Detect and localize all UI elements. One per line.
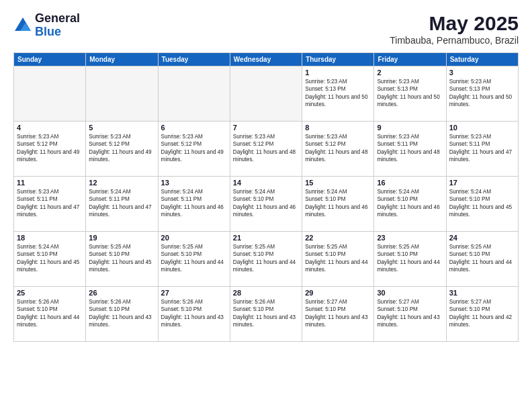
calendar-cell: 6Sunrise: 5:23 AMSunset: 5:12 PMDaylight… [158,122,230,177]
day-number: 26 [89,289,154,297]
day-number: 9 [377,124,443,132]
calendar-cell: 22Sunrise: 5:25 AMSunset: 5:10 PMDayligh… [302,232,374,287]
day-number: 31 [449,289,515,297]
weekday-header-saturday: Saturday [446,53,518,66]
logo-blue: Blue [35,26,80,39]
weekday-header-wednesday: Wednesday [230,53,302,66]
calendar-cell: 12Sunrise: 5:24 AMSunset: 5:11 PMDayligh… [86,177,158,232]
calendar: SundayMondayTuesdayWednesdayThursdayFrid… [13,52,519,342]
day-number: 20 [161,234,227,242]
calendar-body: 1Sunrise: 5:23 AMSunset: 5:13 PMDaylight… [14,66,519,342]
weekday-header-tuesday: Tuesday [158,53,230,66]
day-number: 24 [449,234,515,242]
calendar-cell: 5Sunrise: 5:23 AMSunset: 5:12 PMDaylight… [86,122,158,177]
day-number: 1 [305,68,371,77]
calendar-cell: 31Sunrise: 5:27 AMSunset: 5:10 PMDayligh… [446,287,518,342]
day-detail: Sunrise: 5:23 AMSunset: 5:13 PMDaylight:… [449,78,515,109]
logo-general: General [35,12,80,26]
day-number: 8 [305,124,371,132]
day-detail: Sunrise: 5:23 AMSunset: 5:12 PMDaylight:… [17,133,83,164]
calendar-cell: 15Sunrise: 5:24 AMSunset: 5:10 PMDayligh… [302,177,374,232]
calendar-cell: 8Sunrise: 5:23 AMSunset: 5:12 PMDaylight… [302,122,374,177]
week-row-1: 1Sunrise: 5:23 AMSunset: 5:13 PMDaylight… [14,66,519,122]
day-number: 7 [233,124,299,132]
calendar-cell: 3Sunrise: 5:23 AMSunset: 5:13 PMDaylight… [446,66,518,122]
day-number: 21 [233,234,299,242]
calendar-cell: 29Sunrise: 5:27 AMSunset: 5:10 PMDayligh… [302,287,374,342]
day-detail: Sunrise: 5:23 AMSunset: 5:12 PMDaylight:… [305,133,371,164]
day-number: 11 [17,179,83,187]
day-number: 30 [377,289,443,297]
day-number: 23 [377,234,443,242]
day-detail: Sunrise: 5:23 AMSunset: 5:11 PMDaylight:… [377,133,443,164]
day-detail: Sunrise: 5:23 AMSunset: 5:13 PMDaylight:… [377,78,443,109]
day-detail: Sunrise: 5:23 AMSunset: 5:12 PMDaylight:… [89,133,154,164]
calendar-cell: 14Sunrise: 5:24 AMSunset: 5:10 PMDayligh… [230,177,302,232]
day-detail: Sunrise: 5:26 AMSunset: 5:10 PMDaylight:… [89,298,154,329]
day-detail: Sunrise: 5:26 AMSunset: 5:10 PMDaylight:… [17,298,83,329]
day-number: 14 [233,179,299,187]
day-number: 13 [161,179,227,187]
week-row-5: 25Sunrise: 5:26 AMSunset: 5:10 PMDayligh… [14,287,519,342]
day-number: 19 [89,234,154,242]
day-detail: Sunrise: 5:26 AMSunset: 5:10 PMDaylight:… [233,298,299,329]
calendar-cell: 2Sunrise: 5:23 AMSunset: 5:13 PMDaylight… [374,66,446,122]
day-detail: Sunrise: 5:25 AMSunset: 5:10 PMDaylight:… [89,243,154,274]
day-number: 10 [449,124,515,132]
week-row-3: 11Sunrise: 5:23 AMSunset: 5:11 PMDayligh… [14,177,519,232]
main-title: May 2025 [390,12,519,35]
day-detail: Sunrise: 5:24 AMSunset: 5:11 PMDaylight:… [89,188,154,219]
day-detail: Sunrise: 5:23 AMSunset: 5:13 PMDaylight:… [305,78,371,109]
day-number: 29 [305,289,371,297]
day-detail: Sunrise: 5:24 AMSunset: 5:10 PMDaylight:… [377,188,443,219]
day-number: 4 [17,124,83,132]
calendar-cell: 21Sunrise: 5:25 AMSunset: 5:10 PMDayligh… [230,232,302,287]
day-number: 2 [377,68,443,77]
day-detail: Sunrise: 5:25 AMSunset: 5:10 PMDaylight:… [449,243,515,274]
day-number: 27 [161,289,227,297]
day-number: 18 [17,234,83,242]
calendar-cell: 26Sunrise: 5:26 AMSunset: 5:10 PMDayligh… [86,287,158,342]
day-detail: Sunrise: 5:24 AMSunset: 5:10 PMDaylight:… [449,188,515,219]
calendar-cell: 25Sunrise: 5:26 AMSunset: 5:10 PMDayligh… [14,287,86,342]
day-number: 12 [89,179,154,187]
weekday-header-row: SundayMondayTuesdayWednesdayThursdayFrid… [14,53,519,66]
day-detail: Sunrise: 5:25 AMSunset: 5:10 PMDaylight:… [377,243,443,274]
calendar-cell: 20Sunrise: 5:25 AMSunset: 5:10 PMDayligh… [158,232,230,287]
calendar-cell: 28Sunrise: 5:26 AMSunset: 5:10 PMDayligh… [230,287,302,342]
calendar-cell: 7Sunrise: 5:23 AMSunset: 5:12 PMDaylight… [230,122,302,177]
day-number: 17 [449,179,515,187]
subtitle: Timbauba, Pernambuco, Brazil [390,35,519,46]
day-detail: Sunrise: 5:26 AMSunset: 5:10 PMDaylight:… [161,298,227,329]
calendar-cell: 9Sunrise: 5:23 AMSunset: 5:11 PMDaylight… [374,122,446,177]
calendar-cell: 19Sunrise: 5:25 AMSunset: 5:10 PMDayligh… [86,232,158,287]
calendar-cell [230,66,302,122]
day-number: 28 [233,289,299,297]
day-number: 25 [17,289,83,297]
calendar-cell: 4Sunrise: 5:23 AMSunset: 5:12 PMDaylight… [14,122,86,177]
day-number: 22 [305,234,371,242]
day-number: 5 [89,124,154,132]
calendar-cell [14,66,86,122]
day-number: 16 [377,179,443,187]
day-number: 15 [305,179,371,187]
day-number: 3 [449,68,515,77]
calendar-cell [86,66,158,122]
day-detail: Sunrise: 5:24 AMSunset: 5:10 PMDaylight:… [233,188,299,219]
day-detail: Sunrise: 5:27 AMSunset: 5:10 PMDaylight:… [377,298,443,329]
logo: General Blue [13,12,80,39]
day-detail: Sunrise: 5:24 AMSunset: 5:10 PMDaylight:… [305,188,371,219]
day-detail: Sunrise: 5:27 AMSunset: 5:10 PMDaylight:… [305,298,371,329]
calendar-cell: 30Sunrise: 5:27 AMSunset: 5:10 PMDayligh… [374,287,446,342]
calendar-cell: 23Sunrise: 5:25 AMSunset: 5:10 PMDayligh… [374,232,446,287]
day-detail: Sunrise: 5:24 AMSunset: 5:10 PMDaylight:… [17,243,83,274]
calendar-cell [158,66,230,122]
day-detail: Sunrise: 5:25 AMSunset: 5:10 PMDaylight:… [233,243,299,274]
day-detail: Sunrise: 5:23 AMSunset: 5:12 PMDaylight:… [161,133,227,164]
calendar-cell: 27Sunrise: 5:26 AMSunset: 5:10 PMDayligh… [158,287,230,342]
weekday-header-sunday: Sunday [14,53,86,66]
day-detail: Sunrise: 5:23 AMSunset: 5:11 PMDaylight:… [17,188,83,219]
calendar-cell: 24Sunrise: 5:25 AMSunset: 5:10 PMDayligh… [446,232,518,287]
calendar-cell: 16Sunrise: 5:24 AMSunset: 5:10 PMDayligh… [374,177,446,232]
day-detail: Sunrise: 5:25 AMSunset: 5:10 PMDaylight:… [161,243,227,274]
